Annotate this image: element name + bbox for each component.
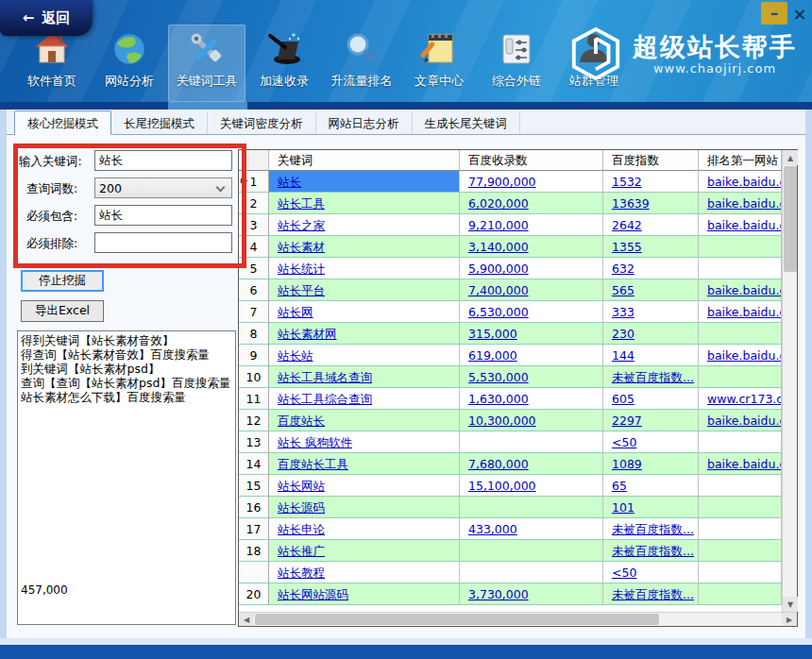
row-number-cell[interactable]: 10 <box>239 366 269 388</box>
cell-baidu-included[interactable]: 6,020,000 <box>460 193 603 214</box>
cell-baidu-included[interactable] <box>460 562 603 583</box>
cell-top-site-link[interactable]: baike.baidu.com <box>707 457 782 471</box>
cell-top-site[interactable]: baike.baidu.com <box>699 279 782 301</box>
cell-baidu-index-link[interactable]: 101 <box>612 500 634 515</box>
export-excel-button[interactable]: 导出Excel <box>21 300 104 322</box>
cell-baidu-index[interactable]: 1089 <box>603 453 699 475</box>
row-number-cell[interactable]: 8 <box>239 323 269 345</box>
cell-top-site[interactable] <box>699 518 782 540</box>
cell-keyword-link[interactable]: 站长平台 <box>278 283 325 297</box>
cell-baidu-index-link[interactable]: 230 <box>612 327 634 341</box>
cell-baidu-index-link[interactable]: 144 <box>612 348 634 363</box>
cell-keyword[interactable]: 站长源码 <box>269 497 460 518</box>
cell-baidu-included-link[interactable]: 7,400,000 <box>468 283 529 297</box>
cell-baidu-index-link[interactable]: <50 <box>612 566 636 580</box>
tab-2[interactable]: 长尾挖掘模式 <box>111 112 208 134</box>
cell-baidu-index[interactable]: <50 <box>603 431 699 453</box>
cell-keyword[interactable]: 站长网站源码 <box>269 583 460 605</box>
row-number-cell[interactable] <box>239 562 269 583</box>
cell-baidu-index[interactable]: 230 <box>603 323 699 345</box>
cell-baidu-included-link[interactable]: 10,300,000 <box>468 414 536 428</box>
cell-baidu-index-link[interactable]: <50 <box>612 435 636 449</box>
cell-baidu-index-link[interactable]: 1089 <box>612 457 642 471</box>
cell-keyword-link[interactable]: 站长素材网 <box>278 327 337 341</box>
cell-keyword[interactable]: 站长之家 <box>269 214 460 236</box>
cell-baidu-index[interactable]: 1532 <box>603 171 699 193</box>
toolbar-item-4[interactable]: 加速收录 <box>245 25 323 102</box>
row-number-cell[interactable]: 16 <box>239 497 269 518</box>
count-select[interactable]: 200 <box>94 177 232 198</box>
row-number-cell[interactable]: 1► <box>239 171 269 193</box>
row-number-cell[interactable]: 17 <box>239 518 269 540</box>
column-header-4[interactable]: 排名第一网站 <box>699 150 782 171</box>
cell-top-site[interactable]: baike.baidu.com <box>699 453 782 475</box>
cell-keyword[interactable]: 站长工具域名查询 <box>269 366 460 388</box>
toolbar-item-3[interactable]: 关键词工具 <box>168 25 245 102</box>
row-number-cell[interactable]: 9 <box>239 345 269 366</box>
cell-baidu-index-link[interactable]: 65 <box>612 479 627 493</box>
cell-top-site-link[interactable]: baike.baidu.com <box>707 414 782 428</box>
row-header-corner[interactable] <box>239 150 269 171</box>
close-button[interactable]: × <box>789 2 810 25</box>
cell-baidu-index-link[interactable]: 未被百度指数... <box>612 522 694 536</box>
cell-top-site[interactable]: baike.baidu.com <box>699 214 782 236</box>
cell-top-site[interactable] <box>699 475 782 497</box>
cell-baidu-index[interactable]: 565 <box>603 279 699 301</box>
cell-baidu-index-link[interactable]: 565 <box>612 283 634 297</box>
cell-baidu-included-link[interactable]: 7,680,000 <box>468 457 529 471</box>
cell-keyword[interactable]: 站长工具综合查询 <box>269 388 460 410</box>
cell-baidu-included-link[interactable]: 433,000 <box>468 522 517 536</box>
cell-top-site[interactable] <box>699 236 782 258</box>
row-number-cell[interactable]: 3 <box>239 214 269 236</box>
cell-baidu-included-link[interactable]: 5,530,000 <box>468 370 529 384</box>
cell-top-site-link[interactable]: www.cr173.com <box>707 392 782 406</box>
cell-baidu-included[interactable]: 7,400,000 <box>460 279 603 301</box>
cell-keyword[interactable]: 站长素材 <box>269 236 460 258</box>
cell-top-site-link[interactable]: baike.baidu.com <box>707 196 782 211</box>
cell-baidu-included-link[interactable]: 3,730,000 <box>468 587 529 601</box>
cell-baidu-index[interactable]: 605 <box>603 388 699 410</box>
cell-keyword[interactable]: 站长网 <box>269 301 460 323</box>
cell-keyword[interactable]: 站长教程 <box>269 562 460 583</box>
cell-keyword-link[interactable]: 站长推广 <box>278 544 325 558</box>
cell-baidu-index[interactable]: 13639 <box>603 193 699 214</box>
cell-baidu-included[interactable]: 3,730,000 <box>460 583 603 605</box>
row-number-cell[interactable]: 2 <box>239 193 269 214</box>
cell-keyword-link[interactable]: 站长申论 <box>278 522 325 536</box>
tab-1[interactable]: 核心挖掘模式 <box>14 110 111 135</box>
scroll-left-icon[interactable]: ◀ <box>239 613 254 626</box>
cell-keyword-link[interactable]: 站长 <box>278 175 301 189</box>
cell-baidu-index-link[interactable]: 13639 <box>612 196 650 211</box>
cell-top-site-link[interactable]: baike.baidu.com <box>707 305 782 319</box>
cell-baidu-included[interactable] <box>460 540 603 562</box>
cell-keyword-link[interactable]: 百度站长工具 <box>278 457 348 471</box>
cell-baidu-included-link[interactable]: 1,630,000 <box>468 392 529 406</box>
cell-keyword-link[interactable]: 站长工具域名查询 <box>278 370 372 384</box>
exclude-input[interactable] <box>94 232 232 253</box>
cell-baidu-index-link[interactable]: 未被百度指数... <box>612 544 694 558</box>
keyword-input[interactable] <box>94 150 232 171</box>
cell-keyword[interactable]: 百度站长工具 <box>269 453 460 475</box>
cell-baidu-included[interactable]: 1,630,000 <box>460 388 603 410</box>
toolbar-item-1[interactable]: 软件首页 <box>13 25 91 102</box>
cell-baidu-index[interactable]: 2642 <box>603 214 699 236</box>
cell-baidu-included[interactable]: 5,900,000 <box>460 258 603 279</box>
cell-top-site[interactable]: baike.baidu.com <box>699 301 782 323</box>
cell-keyword-link[interactable]: 站长源码 <box>278 500 325 515</box>
cell-keyword[interactable]: 站长推广 <box>269 540 460 562</box>
cell-baidu-included[interactable]: 6,530,000 <box>460 301 603 323</box>
horizontal-scroll-thumb[interactable] <box>255 614 659 625</box>
cell-baidu-included[interactable]: 15,100,000 <box>460 475 603 497</box>
toolbar-item-6[interactable]: 文章中心 <box>400 25 478 102</box>
cell-top-site[interactable] <box>699 562 782 583</box>
column-header-1[interactable]: 关键词 <box>269 150 460 171</box>
cell-keyword[interactable]: 站长 <box>269 171 460 193</box>
cell-baidu-included[interactable]: 5,530,000 <box>460 366 603 388</box>
cell-top-site-link[interactable]: baike.baidu.com <box>707 348 782 363</box>
minimize-button[interactable]: – <box>761 2 787 25</box>
cell-baidu-included[interactable]: 9,210,000 <box>460 214 603 236</box>
row-number-cell[interactable]: 7 <box>239 301 269 323</box>
cell-keyword[interactable]: 站长站 <box>269 345 460 366</box>
cell-top-site[interactable] <box>699 258 782 279</box>
cell-top-site[interactable]: baike.baidu.com <box>699 171 782 193</box>
